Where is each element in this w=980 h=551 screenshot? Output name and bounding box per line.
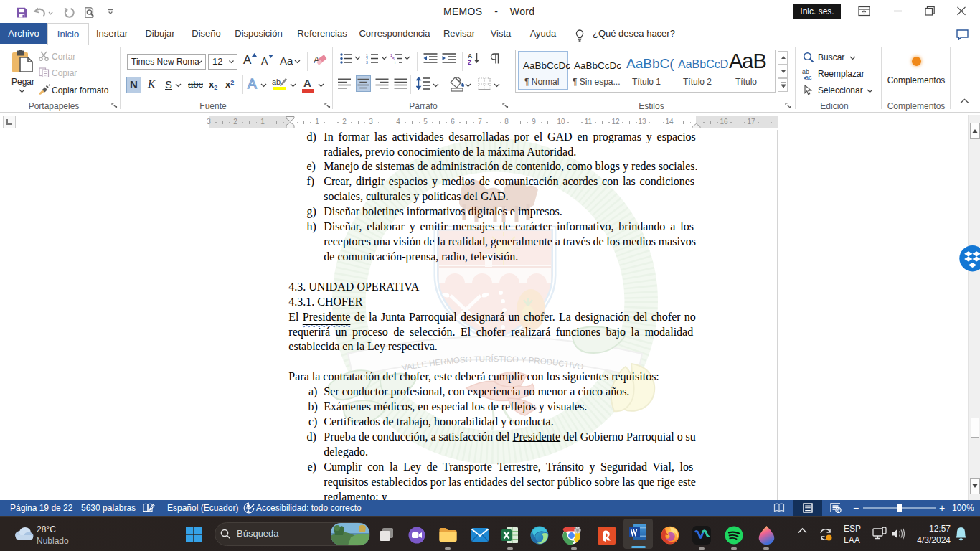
svg-text:3: 3 [366, 60, 368, 64]
svg-text:ac: ac [805, 74, 812, 80]
svg-text:ab: ab [272, 77, 281, 86]
svg-text:i: i [395, 60, 395, 64]
svg-text:Z: Z [468, 59, 471, 65]
